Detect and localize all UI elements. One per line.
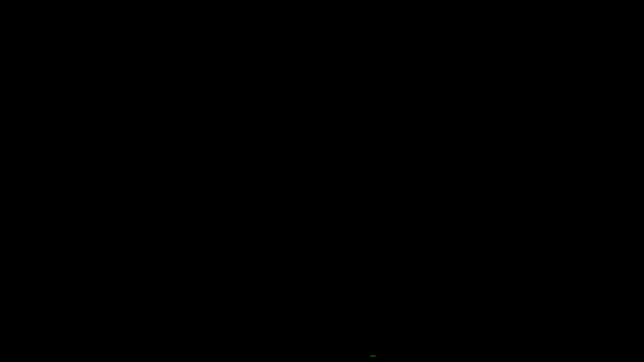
trading-chart-window: { "window": { "title_left": "USDJPY,H1 1… bbox=[0, 0, 644, 362]
chart-canvas[interactable] bbox=[0, 0, 644, 362]
